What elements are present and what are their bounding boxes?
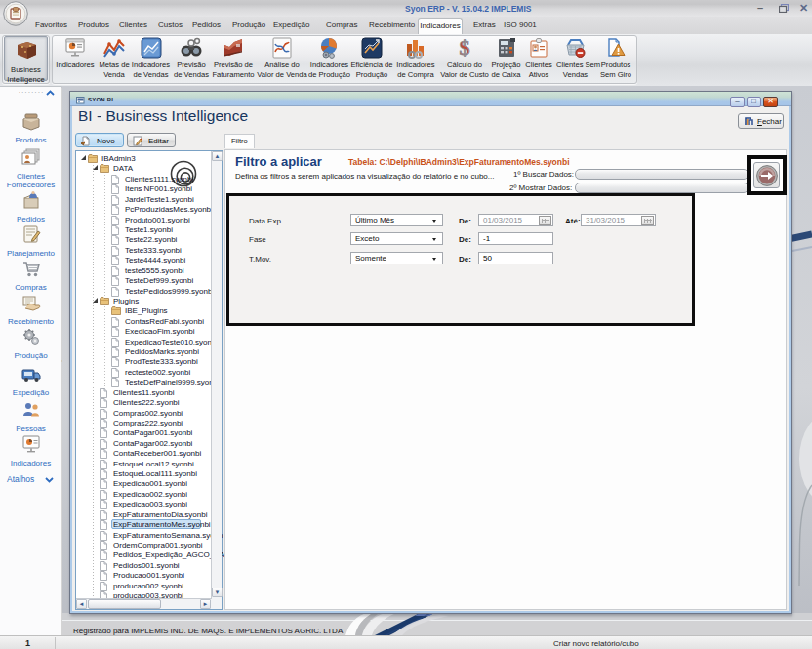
svg-text:$: $ — [460, 36, 470, 60]
